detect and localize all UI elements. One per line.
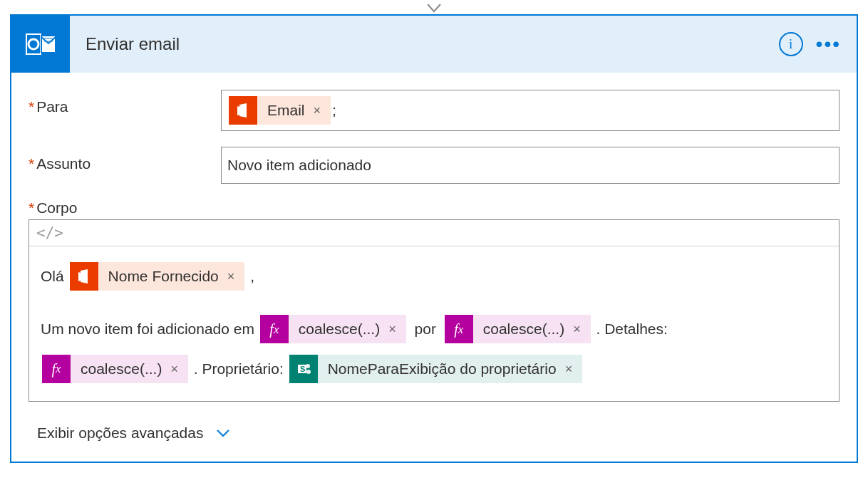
body-text: Olá	[41, 268, 64, 284]
token-label: coalesce(...)	[289, 315, 388, 343]
token-nome-fornecido[interactable]: Nome Fornecido ×	[70, 262, 245, 291]
outlook-icon	[11, 16, 70, 73]
label-para: *Para	[29, 90, 221, 115]
chevron-down-icon	[216, 426, 230, 441]
svg-text:S: S	[300, 365, 305, 373]
card-header[interactable]: Enviar email i •••	[11, 16, 857, 73]
token-remove-icon[interactable]: ×	[227, 262, 245, 291]
body-text: Um novo item foi adicionado em	[41, 321, 254, 337]
card-title: Enviar email	[70, 34, 779, 54]
fx-icon: fx	[42, 355, 71, 383]
office-icon	[229, 96, 257, 125]
label-corpo: *Corpo	[29, 199, 839, 217]
token-remove-icon[interactable]: ×	[170, 355, 188, 383]
more-icon[interactable]: •••	[816, 41, 841, 48]
sharepoint-icon: S	[289, 355, 318, 383]
token-label: coalesce(...)	[473, 315, 573, 343]
token-label: NomeParaExibição do proprietário	[318, 355, 565, 383]
token-label: Nome Fornecido	[98, 262, 227, 291]
svg-point-8	[306, 364, 310, 368]
field-para[interactable]: Email × ;	[221, 90, 839, 131]
row-assunto: *Assunto Novo item adicionado	[29, 147, 839, 184]
body-text: . Proprietário:	[194, 360, 284, 377]
body-text: ,	[250, 268, 254, 284]
assunto-value: Novo item adicionado	[227, 157, 371, 174]
field-corpo[interactable]: </> Olá Nome Fornecido × ,	[29, 219, 839, 402]
svg-point-9	[306, 370, 311, 374]
row-corpo: *Corpo </> Olá Nome Fornecido × ,	[29, 199, 839, 402]
info-icon[interactable]: i	[779, 32, 803, 56]
send-email-card: Enviar email i ••• *Para Email × ; *Assu…	[10, 14, 858, 463]
office-icon	[70, 262, 98, 291]
body-text: . Detalhes:	[596, 321, 668, 337]
fx-icon: fx	[445, 315, 473, 343]
token-remove-icon[interactable]: ×	[314, 96, 331, 125]
token-sharepoint[interactable]: S NomeParaExibição do proprietário ×	[289, 355, 583, 383]
token-expression[interactable]: fx coalesce(...) ×	[42, 355, 188, 383]
show-advanced-options[interactable]: Exibir opções avançadas	[29, 425, 839, 442]
token-label: Email	[257, 96, 314, 125]
para-trailing: ;	[332, 102, 336, 119]
row-para: *Para Email × ;	[29, 90, 839, 131]
corpo-content[interactable]: Olá Nome Fornecido × , Um novo item foi	[29, 246, 839, 401]
token-expression[interactable]: fx coalesce(...) ×	[260, 315, 406, 343]
token-remove-icon[interactable]: ×	[565, 355, 583, 383]
token-email[interactable]: Email ×	[229, 96, 331, 125]
code-view-button[interactable]: </>	[29, 220, 839, 246]
token-remove-icon[interactable]: ×	[573, 315, 591, 343]
card-body: *Para Email × ; *Assunto Novo item adici…	[11, 73, 857, 462]
token-expression[interactable]: fx coalesce(...) ×	[445, 315, 591, 343]
body-text: por	[415, 321, 436, 337]
field-assunto[interactable]: Novo item adicionado	[221, 147, 839, 184]
fx-icon: fx	[260, 315, 289, 343]
advanced-label: Exibir opções avançadas	[37, 425, 203, 442]
token-label: coalesce(...)	[71, 355, 170, 383]
token-remove-icon[interactable]: ×	[388, 315, 406, 343]
label-assunto: *Assunto	[29, 147, 221, 172]
